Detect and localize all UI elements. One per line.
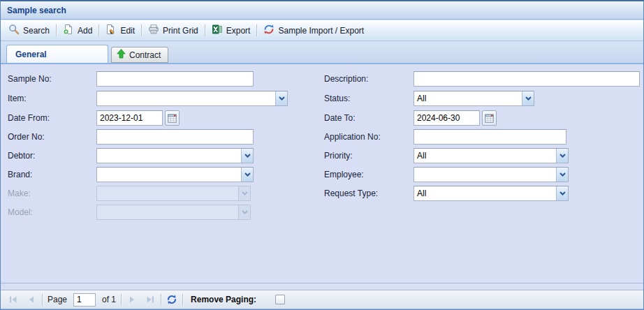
add-button-label: Add xyxy=(78,26,92,36)
sample-search-window: Sample search Search Add Edit Print Grid… xyxy=(0,0,644,310)
application-no-input[interactable] xyxy=(414,129,566,145)
tab-contract[interactable]: Contract xyxy=(111,47,168,63)
page-add-icon xyxy=(63,24,74,37)
toolbar-separator xyxy=(98,24,99,36)
page-number-input[interactable] xyxy=(73,293,96,307)
paging-toolbar: Page of 1 Remove Paging: xyxy=(1,290,643,309)
form-row-application-no: Application No: xyxy=(1,129,643,145)
form-row-request-type: Request Type: xyxy=(1,186,643,201)
description-label: Description: xyxy=(324,74,368,84)
remove-paging-checkbox[interactable] xyxy=(275,295,285,304)
date-to-label: Date To: xyxy=(324,113,355,123)
excel-export-icon xyxy=(212,24,223,37)
toolbar-separator xyxy=(42,294,43,306)
search-icon xyxy=(8,24,20,37)
chevron-down-icon[interactable] xyxy=(556,149,568,163)
request-type-combo[interactable] xyxy=(414,186,569,201)
sample-import-export-button-label: Sample Import / Export xyxy=(278,26,364,36)
model-combo-disabled xyxy=(96,205,251,220)
import-export-icon xyxy=(263,24,275,37)
chevron-down-icon[interactable] xyxy=(522,91,534,105)
status-combo[interactable] xyxy=(414,91,534,106)
page-of-label: of 1 xyxy=(102,295,116,304)
form-row-description: Description: xyxy=(1,71,643,87)
next-page-icon[interactable] xyxy=(125,293,139,307)
window-title: Sample search xyxy=(7,6,66,15)
description-input[interactable] xyxy=(414,71,640,87)
toolbar-separator xyxy=(141,24,142,36)
edit-button-label: Edit xyxy=(120,26,135,36)
prev-page-icon[interactable] xyxy=(24,293,38,307)
priority-label: Priority: xyxy=(324,151,353,161)
print-grid-button-label: Print Grid xyxy=(163,26,198,36)
priority-combo-input[interactable] xyxy=(414,149,556,163)
add-button[interactable]: Add xyxy=(58,22,97,39)
tab-general[interactable]: General xyxy=(6,45,108,63)
application-no-label: Application No: xyxy=(324,132,381,142)
status-label: Status: xyxy=(324,94,350,103)
form-row-status: Status: xyxy=(1,91,643,106)
chevron-down-icon xyxy=(238,205,250,219)
toolbar-separator xyxy=(161,294,161,306)
employee-label: Employee: xyxy=(324,170,364,179)
page-edit-icon xyxy=(105,24,117,37)
search-button[interactable]: Search xyxy=(3,22,54,39)
toolbar-separator xyxy=(56,24,57,36)
priority-combo[interactable] xyxy=(414,148,569,163)
request-type-label: Request Type: xyxy=(324,189,378,198)
calendar-icon[interactable] xyxy=(482,110,497,126)
tab-contract-label: Contract xyxy=(129,50,161,60)
status-combo-input[interactable] xyxy=(414,91,522,105)
model-combo-input xyxy=(97,205,238,219)
title-bar: Sample search xyxy=(1,1,643,20)
request-type-combo-input[interactable] xyxy=(414,186,556,200)
form-row-model: Model: xyxy=(1,205,643,220)
sample-import-export-button[interactable]: Sample Import / Export xyxy=(258,22,369,39)
form-row-priority: Priority: xyxy=(1,148,643,163)
employee-combo-input[interactable] xyxy=(414,168,556,182)
search-button-label: Search xyxy=(23,26,50,36)
toolbar: Search Add Edit Print Grid Export Sample… xyxy=(1,20,643,41)
export-button-label: Export xyxy=(226,26,251,36)
form-row-employee: Employee: xyxy=(1,167,643,182)
remove-paging-label: Remove Paging: xyxy=(191,295,256,304)
print-grid-button[interactable]: Print Grid xyxy=(143,22,203,39)
toolbar-separator xyxy=(121,294,122,306)
date-to-input[interactable] xyxy=(414,110,480,126)
tab-strip: General Contract xyxy=(1,42,643,64)
panel-gap xyxy=(1,284,643,290)
last-page-icon[interactable] xyxy=(143,293,157,307)
model-label: Model: xyxy=(8,207,33,217)
tab-general-label: General xyxy=(15,50,47,59)
toolbar-separator xyxy=(182,294,183,306)
refresh-icon[interactable] xyxy=(165,293,179,307)
chevron-down-icon[interactable] xyxy=(556,168,568,182)
chevron-down-icon[interactable] xyxy=(556,186,568,200)
printer-icon xyxy=(148,24,159,37)
toolbar-separator xyxy=(256,24,257,36)
form-row-date-to: Date To: xyxy=(1,110,643,126)
employee-combo[interactable] xyxy=(414,167,569,182)
export-button[interactable]: Export xyxy=(207,22,256,39)
page-label: Page xyxy=(47,295,67,304)
toolbar-separator xyxy=(205,24,205,36)
edit-button[interactable]: Edit xyxy=(101,22,140,39)
search-form: Sample No: Item: Date From: Order No: xyxy=(1,64,643,283)
first-page-icon[interactable] xyxy=(6,293,20,307)
green-up-arrow-icon xyxy=(117,49,126,61)
